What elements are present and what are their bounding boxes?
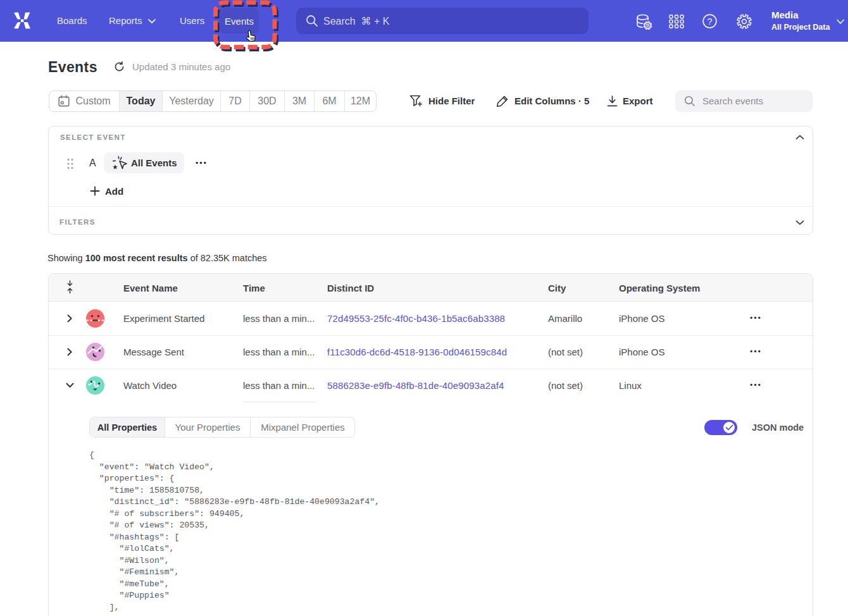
svg-text:?: ? (707, 16, 712, 27)
